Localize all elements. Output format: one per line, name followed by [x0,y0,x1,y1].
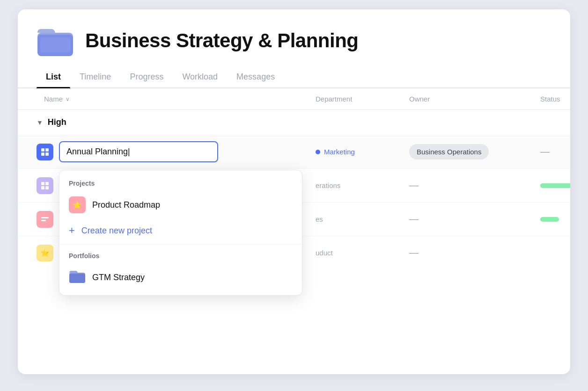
header: Business Strategy & Planning [18,9,570,66]
dropdown-item-label-gtm: GTM Strategy [92,273,145,282]
dept-label-marketing: Marketing [324,148,355,156]
name-input[interactable] [59,141,218,162]
department-cell-1: Marketing [308,142,402,161]
dropdown-item-product-roadmap[interactable]: ⭐ Product Roadmap [59,191,302,219]
owner-dash-3: — [409,214,419,224]
dept-badge-marketing: Marketing [316,148,355,156]
col-header-name: Name ∨ [37,88,308,109]
owner-cell-3: — [402,208,533,230]
svg-rect-4 [69,274,85,283]
row-icon-purple [37,177,53,194]
dropdown-portfolios-label: Portfolios [59,246,302,263]
group-high: ▼ High [18,110,570,135]
row-name-cell-1: Projects ⭐ Product Roadmap + Create new … [37,136,308,168]
table-header: Name ∨ Department Owner Status [18,88,570,110]
status-dash-1: — [540,146,550,157]
dept-partial-2: erations [316,181,340,189]
svg-rect-2 [40,37,70,52]
status-bar-green-3 [540,217,559,222]
owner-badge-business-ops: Business Operations [409,144,489,159]
owner-cell-1: Business Operations [402,138,533,165]
main-container: Business Strategy & Planning List Timeli… [18,9,570,374]
row-icon-pink [37,211,53,228]
owner-dash-2: — [409,180,419,191]
group-chevron-icon[interactable]: ▼ [37,119,43,126]
dropdown-projects-label: Projects [59,174,302,191]
status-bar-green-2 [540,183,570,188]
dropdown-divider [59,244,302,245]
status-cell-4 [533,247,570,259]
department-cell-4: uduct [308,243,402,262]
row-icon-star: ⭐ [37,245,53,261]
status-cell-1: — [533,141,570,163]
col-header-department: Department [308,88,402,109]
chevron-down-icon[interactable]: ∨ [66,96,70,102]
dept-partial-4: uduct [316,249,333,257]
status-cell-3 [533,211,570,227]
dept-dot-icon [316,150,320,154]
folder-icon [37,24,74,57]
owner-cell-2: — [402,174,533,196]
tab-workload[interactable]: Workload [173,66,227,87]
dropdown-item-label-product-roadmap: Product Roadmap [92,200,160,210]
owner-cell-4: — [402,242,533,264]
plus-icon: + [69,224,75,237]
page-title: Business Strategy & Planning [85,29,358,52]
department-cell-2: erations [308,176,402,195]
dept-partial-3: es [316,215,323,223]
dropdown-menu: Projects ⭐ Product Roadmap + Create new … [59,170,302,296]
tab-progress[interactable]: Progress [120,66,173,87]
col-header-status: Status [533,88,570,109]
owner-dash-4: — [409,247,419,258]
create-new-label: Create new project [81,226,152,236]
table-container: Name ∨ Department Owner Status ▼ High [18,88,570,269]
tab-timeline[interactable]: Timeline [70,66,120,87]
tab-list[interactable]: List [37,66,70,87]
group-label: High [48,117,66,127]
dropdown-item-gtm-strategy[interactable]: GTM Strategy [59,263,302,291]
table-row: Projects ⭐ Product Roadmap + Create new … [18,135,570,168]
blue-folder-icon [69,269,86,286]
row-icon-blue [37,144,53,160]
col-header-owner: Owner [402,88,533,109]
col-name-label: Name [44,95,63,103]
department-cell-3: es [308,210,402,229]
status-cell-2 [533,178,570,194]
create-new-project-item[interactable]: + Create new project [59,219,302,242]
tab-messages[interactable]: Messages [227,66,284,87]
pink-star-icon: ⭐ [69,196,86,213]
tabs-bar: List Timeline Progress Workload Messages [18,66,570,88]
